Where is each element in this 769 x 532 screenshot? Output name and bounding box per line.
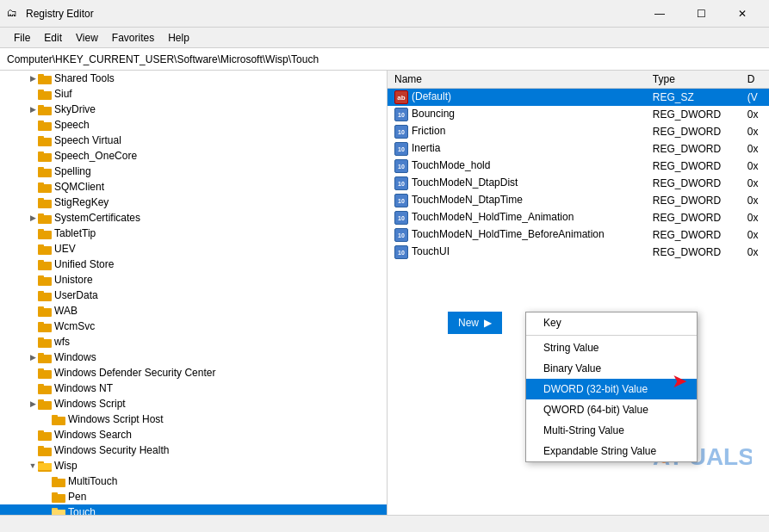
svg-rect-19 bbox=[38, 213, 44, 216]
expand-button[interactable]: ▶ bbox=[28, 213, 38, 223]
table-row[interactable]: 10TouchUIREG_DWORD0x bbox=[388, 244, 769, 261]
maximize-button[interactable]: ☐ bbox=[681, 3, 721, 24]
tree-item[interactable]: TabletTip bbox=[0, 226, 387, 241]
svg-rect-32 bbox=[38, 324, 52, 332]
tree-item[interactable]: ▼Wisp bbox=[0, 458, 387, 473]
svg-rect-22 bbox=[38, 246, 52, 255]
svg-rect-34 bbox=[38, 339, 52, 348]
svg-rect-38 bbox=[38, 370, 52, 379]
minimize-button[interactable]: — bbox=[640, 3, 679, 24]
expand-button[interactable]: ▼ bbox=[28, 461, 38, 471]
svg-rect-28 bbox=[38, 293, 52, 301]
menu-item-favorites[interactable]: Favorites bbox=[105, 30, 161, 46]
table-row[interactable]: 10TouchModeN_DtapDistREG_DWORD0x bbox=[388, 175, 769, 192]
tree-item[interactable]: Siuf bbox=[0, 86, 387, 102]
tree-item[interactable]: WcmSvc bbox=[0, 319, 387, 334]
context-menu-item[interactable]: Multi-String Value bbox=[526, 420, 697, 441]
tree-item-label: Shared Tools bbox=[54, 72, 115, 84]
tree-item[interactable]: Speech_OneCore bbox=[0, 148, 387, 164]
menu-item-file[interactable]: File bbox=[7, 30, 37, 46]
tree-item[interactable]: Unistore bbox=[0, 272, 387, 288]
tree-item[interactable]: WAB bbox=[0, 303, 387, 319]
tree-item[interactable]: SQMClient bbox=[0, 179, 387, 195]
tree-item[interactable]: Windows Search bbox=[0, 427, 387, 442]
table-row[interactable]: 10TouchModeN_HoldTime_AnimationREG_DWORD… bbox=[388, 209, 769, 226]
tree-item[interactable]: Windows Defender Security Center bbox=[0, 365, 387, 380]
tree-item-label: Windows bbox=[54, 351, 96, 363]
svg-rect-1 bbox=[38, 74, 44, 77]
tree-item[interactable]: Windows Script Host bbox=[0, 411, 387, 427]
tree-item[interactable]: Speech bbox=[0, 117, 387, 133]
context-menu-item[interactable]: Expandable String Value bbox=[526, 441, 697, 461]
tree-item[interactable]: Spelling bbox=[0, 164, 387, 179]
svg-rect-20 bbox=[38, 231, 52, 239]
expand-button[interactable]: ▶ bbox=[28, 104, 38, 114]
expand-button[interactable]: ▶ bbox=[28, 399, 38, 409]
context-menu-item[interactable]: QWORD (64-bit) Value bbox=[526, 399, 697, 420]
table-row[interactable]: 10TouchMode_holdREG_DWORD0x bbox=[388, 158, 769, 175]
address-bar: Computer\HKEY_CURRENT_USER\Software\Micr… bbox=[0, 48, 769, 71]
new-arrow-icon: ▶ bbox=[484, 317, 492, 329]
svg-rect-46 bbox=[38, 432, 52, 441]
table-row[interactable]: 10TouchModeN_HoldTime_BeforeAnimationREG… bbox=[388, 226, 769, 244]
tree-item-label: UserData bbox=[54, 289, 98, 301]
svg-rect-44 bbox=[52, 417, 65, 425]
title-bar: 🗂 Registry Editor — ☐ ✕ bbox=[0, 0, 769, 28]
tree-item[interactable]: Windows Security Health bbox=[0, 442, 387, 458]
expand-button[interactable]: ▶ bbox=[28, 73, 38, 84]
tree-item[interactable]: ▶Windows bbox=[0, 350, 387, 365]
menu-item-edit[interactable]: Edit bbox=[37, 30, 69, 46]
svg-rect-49 bbox=[38, 446, 44, 448]
svg-rect-59 bbox=[52, 510, 65, 516]
tree-item-label: Unistore bbox=[54, 274, 93, 286]
menu-item-view[interactable]: View bbox=[69, 30, 105, 46]
new-menu-trigger[interactable]: New ▶ bbox=[448, 312, 502, 334]
tree-item[interactable]: Unified Store bbox=[0, 257, 387, 272]
tree-item[interactable]: StigRegKey bbox=[0, 195, 387, 210]
svg-rect-10 bbox=[38, 153, 52, 162]
svg-rect-9 bbox=[38, 136, 44, 139]
tree-item[interactable]: ▶Windows Script bbox=[0, 396, 387, 411]
tree-item[interactable]: MultiTouch bbox=[0, 473, 387, 489]
svg-rect-52 bbox=[38, 463, 52, 470]
tree-item-label: Speech_OneCore bbox=[54, 150, 137, 162]
tree-item-label: wfs bbox=[54, 336, 70, 348]
tree-panel[interactable]: ▶Shared ToolsSiuf▶SkyDriveSpeechSpeech V… bbox=[0, 71, 388, 515]
tree-item[interactable]: Pen bbox=[0, 489, 387, 504]
context-menu-item[interactable]: String Value bbox=[526, 337, 697, 358]
new-label: New bbox=[458, 317, 479, 329]
main-content: ▶Shared ToolsSiuf▶SkyDriveSpeechSpeech V… bbox=[0, 71, 769, 515]
menu-item-help[interactable]: Help bbox=[161, 30, 196, 46]
tree-item[interactable]: UserData bbox=[0, 288, 387, 303]
arrow-indicator: ➤ bbox=[672, 370, 687, 393]
tree-item[interactable]: ▶SkyDrive bbox=[0, 102, 387, 117]
table-row[interactable]: 10InertiaREG_DWORD0x bbox=[388, 140, 769, 158]
svg-rect-26 bbox=[38, 277, 52, 286]
svg-rect-42 bbox=[38, 401, 52, 410]
tree-item-label: Windows NT bbox=[54, 382, 113, 394]
window-controls: — ☐ ✕ bbox=[640, 3, 762, 24]
tree-item-label: Speech bbox=[54, 119, 90, 131]
tree-item[interactable]: Windows NT bbox=[0, 380, 387, 396]
table-row[interactable]: ab(Default)REG_SZ(V bbox=[388, 89, 769, 107]
svg-rect-47 bbox=[38, 430, 44, 433]
svg-rect-33 bbox=[38, 322, 44, 325]
table-row[interactable]: 10TouchModeN_DtapTimeREG_DWORD0x bbox=[388, 192, 769, 209]
svg-rect-53 bbox=[52, 479, 65, 487]
tree-item[interactable]: Touch bbox=[0, 504, 387, 515]
tree-item[interactable]: ▶SystemCertificates bbox=[0, 210, 387, 226]
svg-rect-8 bbox=[38, 138, 52, 146]
context-menu-item[interactable]: Key bbox=[526, 312, 697, 333]
close-button[interactable]: ✕ bbox=[722, 3, 762, 24]
tree-item-label: Wisp bbox=[54, 460, 78, 472]
table-row[interactable]: 10BouncingREG_DWORD0x bbox=[388, 106, 769, 123]
table-row[interactable]: 10FrictionREG_DWORD0x bbox=[388, 123, 769, 140]
tree-item[interactable]: Speech Virtual bbox=[0, 133, 387, 148]
tree-item[interactable]: UEV bbox=[0, 241, 387, 257]
tree-item-label: Speech Virtual bbox=[54, 134, 121, 146]
svg-rect-43 bbox=[38, 399, 44, 402]
tree-item[interactable]: ▶Shared Tools bbox=[0, 71, 387, 86]
tree-item[interactable]: wfs bbox=[0, 334, 387, 350]
expand-button[interactable]: ▶ bbox=[28, 352, 38, 362]
status-bar bbox=[0, 515, 769, 532]
